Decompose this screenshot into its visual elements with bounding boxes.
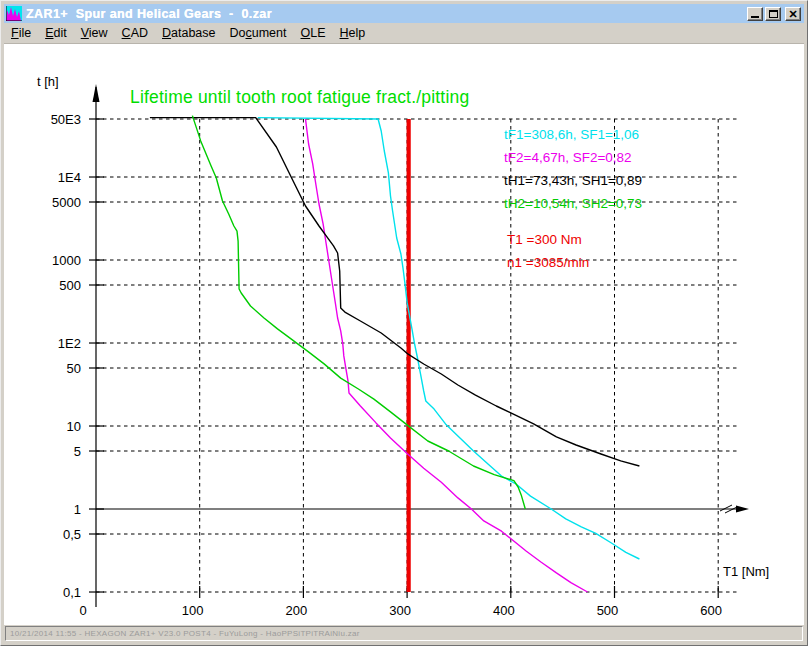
info-line: T1 =300 Nm bbox=[507, 228, 589, 251]
app-window: ZAR1+ Spur and Helical Gears - 0.zar ✕ F… bbox=[0, 0, 808, 646]
maximize-icon bbox=[769, 10, 778, 18]
legend-line-th1: tH1=73,43h, SH1=0,89 bbox=[504, 169, 642, 192]
menu-item-cad[interactable]: CAD bbox=[115, 24, 155, 42]
close-icon: ✕ bbox=[788, 9, 797, 19]
title-bar: ZAR1+ Spur and Helical Gears - 0.zar ✕ bbox=[4, 4, 804, 23]
x-axis-unit-label: T1 [Nm] bbox=[723, 564, 769, 579]
app-icon bbox=[6, 6, 22, 21]
client-area bbox=[4, 44, 804, 625]
menu-item-ole[interactable]: OLE bbox=[294, 24, 333, 42]
legend-line-tf1: tF1=308,6h, SF1=1,06 bbox=[504, 123, 642, 146]
menu-item-database[interactable]: Database bbox=[155, 24, 223, 42]
status-bar: 10/21/2014 11:55 - HEXAGON ZAR1+ V23.0 P… bbox=[4, 625, 804, 642]
chart-legend: tF1=308,6h, SF1=1,06tF2=4,67h, SF2=0,82t… bbox=[504, 123, 642, 215]
status-field: 10/21/2014 11:55 - HEXAGON ZAR1+ V23.0 P… bbox=[5, 626, 803, 641]
menu-item-edit[interactable]: Edit bbox=[38, 24, 74, 42]
close-button[interactable]: ✕ bbox=[785, 7, 801, 21]
menu-item-file[interactable]: File bbox=[4, 24, 38, 42]
legend-line-th2: tH2=10,54h, SH2=0,73 bbox=[504, 192, 642, 215]
menu-bar: FileEditViewCADDatabaseDocumentOLEHelp bbox=[4, 23, 804, 44]
maximize-button[interactable] bbox=[765, 7, 781, 21]
torque-speed-info: T1 =300 Nmn1 =3085/min bbox=[507, 228, 589, 274]
status-text: 10/21/2014 11:55 - HEXAGON ZAR1+ V23.0 P… bbox=[6, 629, 360, 638]
chart-title: Lifetime until tooth root fatigue fract.… bbox=[130, 87, 469, 108]
y-axis-unit-label: t [h] bbox=[37, 74, 59, 89]
menu-item-help[interactable]: Help bbox=[333, 24, 373, 42]
window-title: ZAR1+ Spur and Helical Gears - 0.zar bbox=[26, 7, 747, 21]
menu-item-view[interactable]: View bbox=[74, 24, 115, 42]
minimize-icon bbox=[751, 16, 759, 18]
info-line: n1 =3085/min bbox=[507, 251, 589, 274]
menu-item-document[interactable]: Document bbox=[223, 24, 294, 42]
legend-line-tf2: tF2=4,67h, SF2=0,82 bbox=[504, 146, 642, 169]
minimize-button[interactable] bbox=[747, 7, 763, 21]
